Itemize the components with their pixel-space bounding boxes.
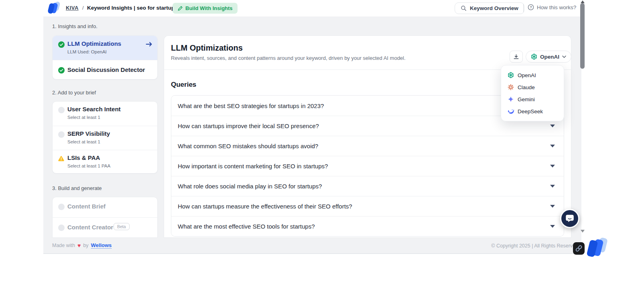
download-button[interactable] (510, 51, 523, 63)
panel-subtitle: Reveals intent, sources, and content pat… (171, 55, 406, 61)
sidebar-item-lsis-paa[interactable]: LSIs & PAA Select at least 1 PAA (53, 150, 157, 174)
question-circle-icon: ? (528, 4, 534, 10)
sidebar-item-subtitle: Select at least 1 PAA (67, 163, 110, 168)
query-text: What common SEO mistakes should startups… (178, 143, 318, 149)
caret-down-icon[interactable] (550, 125, 555, 127)
query-text: How can startups improve their local SEO… (178, 123, 319, 129)
scrollbar-thumb[interactable] (580, 3, 585, 69)
kiva-logo[interactable] (49, 2, 63, 14)
build-with-insights-button[interactable]: Build With Insights (173, 3, 238, 14)
chat-widget-button[interactable] (560, 209, 579, 228)
empty-status-icon (58, 107, 65, 113)
dropdown-option-gemini[interactable]: Gemini (501, 93, 564, 105)
query-row[interactable]: What are the most effective SEO tools fo… (171, 216, 564, 236)
sidebar-item-serp-visibility[interactable]: SERP Visibility Select at least 1 (53, 126, 157, 150)
dropdown-option-label: DeepSeek (518, 108, 543, 114)
panel-title: LLM Optimizations (171, 43, 243, 53)
sidebar-item-user-search-intent[interactable]: User Search Intent Select at least 1 (53, 102, 157, 126)
sidebar-item-social-discussion-detector[interactable]: Social Discussion Detector (53, 60, 157, 80)
caret-down-icon[interactable] (550, 185, 555, 188)
link-shortcut-button[interactable] (573, 242, 585, 255)
sidebar-section-label-insights: 1. Insights and info. (52, 23, 98, 29)
by-text: by (83, 243, 88, 248)
pencil-icon (177, 6, 183, 11)
query-text: What are the most effective SEO tools fo… (178, 223, 315, 230)
empty-status-icon (58, 204, 65, 210)
sidebar-item-content-brief[interactable]: Content Brief (53, 197, 157, 217)
app-header: KIVA / Keyword Insights | seo for startu… (43, 0, 581, 16)
sidebar-card-generate: Content Brief Content Creator Beta (52, 197, 158, 238)
caret-down-icon[interactable] (550, 145, 555, 147)
copyright-text: © Copyright 2025 | All Rights Reserved (491, 243, 578, 249)
keyword-overview-label: Keyword Overview (470, 5, 518, 11)
dropdown-option-label: OpenAI (518, 72, 536, 78)
made-with-text: Made with (52, 243, 75, 248)
kiva-logo-corner (588, 238, 611, 259)
caret-down-icon[interactable] (550, 165, 555, 168)
deepseek-icon (508, 108, 514, 114)
chat-bubble-icon (565, 213, 575, 224)
query-row[interactable]: How can startups measure the effectivene… (171, 196, 564, 216)
openai-icon (508, 72, 514, 78)
dropdown-option-openai[interactable]: OpenAI (501, 69, 564, 81)
empty-status-icon (58, 225, 65, 231)
scrollbar-up-arrow[interactable] (581, 0, 585, 3)
sidebar-item-title: LSIs & PAA (67, 154, 100, 161)
model-selector-value: OpenAI (540, 54, 559, 60)
wellows-link[interactable]: Wellows (91, 242, 112, 249)
svg-text:?: ? (530, 5, 532, 9)
query-text: What are the best SEO strategies for sta… (178, 102, 324, 109)
queries-title: Queries (171, 81, 196, 89)
query-row[interactable]: What role does social media play in SEO … (171, 176, 564, 196)
sidebar-section-label-generate: 3. Build and generate (52, 185, 102, 191)
sidebar-item-title: SERP Visibility (67, 130, 110, 137)
sidebar-item-title: Content Creator (67, 224, 113, 231)
dropdown-option-label: Gemini (518, 96, 535, 102)
search-icon (461, 5, 467, 11)
breadcrumb-title: Keyword Insights | seo for startups (87, 5, 178, 11)
query-text: How can startups measure the effectivene… (178, 203, 352, 210)
query-row[interactable]: What common SEO mistakes should startups… (171, 136, 564, 156)
sidebar-item-title: User Search Intent (67, 106, 121, 112)
sidebar-card-insights: LLM Optimizations LLM Used: OpenAI Socia… (52, 35, 158, 80)
heart-icon: ♥ (77, 242, 81, 249)
caret-down-icon[interactable] (550, 225, 555, 228)
breadcrumb-brand-link[interactable]: KIVA (66, 5, 79, 11)
check-circle-icon (58, 67, 65, 74)
sidebar-item-subtitle: Select at least 1 (67, 115, 100, 120)
sidebar-item-title: Social Discussion Detector (67, 66, 145, 73)
dropdown-option-label: Claude (518, 84, 535, 90)
dropdown-option-deepseek[interactable]: DeepSeek (501, 105, 564, 117)
breadcrumb-separator: / (82, 5, 84, 11)
app-body: 1. Insights and info. LLM Optimizations … (43, 16, 581, 238)
how-this-works[interactable]: ? How this works? (528, 4, 576, 10)
arrow-right-icon[interactable] (146, 41, 152, 47)
sidebar-card-brief: User Search Intent Select at least 1 SER… (52, 101, 158, 174)
how-this-works-label: How this works? (537, 4, 576, 10)
sidebar-section-label-brief: 2. Add to your brief (52, 90, 96, 96)
download-icon (513, 54, 519, 60)
query-row[interactable]: How important is content marketing for S… (171, 156, 564, 176)
model-dropdown-menu: OpenAI Claude Gemini DeepSeek (501, 65, 564, 121)
caret-down-icon[interactable] (550, 205, 555, 208)
app-footer: Made with ♥ by Wellows © Copyright 2025 … (43, 238, 581, 254)
model-selector-button[interactable]: OpenAI (526, 51, 571, 63)
sidebar-item-llm-optimizations[interactable]: LLM Optimizations LLM Used: OpenAI (53, 36, 157, 60)
openai-icon (531, 53, 537, 60)
keyword-overview-button[interactable]: Keyword Overview (455, 2, 524, 14)
claude-icon (508, 84, 514, 90)
sidebar-item-title: LLM Optimizations (67, 40, 121, 47)
chevron-down-icon (562, 55, 566, 58)
sidebar-item-subtitle: LLM Used: OpenAI (67, 49, 107, 54)
query-text: How important is content marketing for S… (178, 163, 328, 170)
dropdown-option-claude[interactable]: Claude (501, 81, 564, 93)
build-badge-label: Build With Insights (185, 5, 233, 11)
check-circle-icon (58, 41, 65, 48)
scrollbar-down-arrow[interactable] (581, 230, 585, 233)
query-text: What role does social media play in SEO … (178, 183, 322, 190)
beta-badge: Beta (114, 223, 130, 230)
gemini-icon (508, 96, 514, 102)
sidebar-item-subtitle: Select at least 1 (67, 139, 100, 144)
sidebar-item-content-creator[interactable]: Content Creator Beta (53, 218, 157, 238)
empty-status-icon (58, 131, 65, 138)
